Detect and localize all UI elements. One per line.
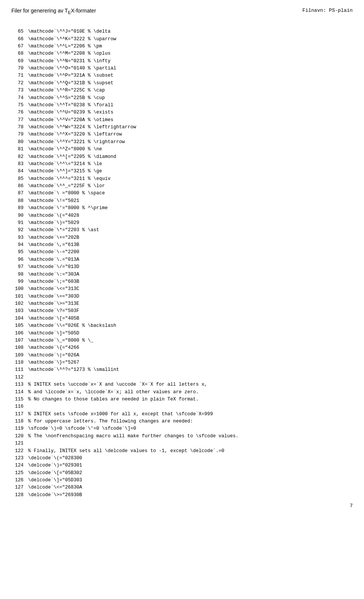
line-content: \mathcode`\^^[="2205 % \diamond <box>28 153 353 161</box>
line-number: 109 <box>11 352 24 359</box>
code-line: 81\mathcode`\^^Z="8000 % \ne <box>11 146 353 153</box>
line-content: \mathcode`\^^]="3215 % \ge <box>28 168 353 175</box>
line-content: \delcode`\(="028300 <box>28 455 353 462</box>
line-content: \mathcode`\^^X="3220 % \leftarrow <box>28 131 353 138</box>
line-content: \mathcode`\,="613B <box>28 241 353 249</box>
line-content: \mathcode`\|="026A <box>28 352 353 359</box>
line-number: 116 <box>11 403 24 410</box>
line-content: \delcode`\)="029301 <box>28 462 353 469</box>
line-number: 119 <box>11 425 24 432</box>
code-line: 74\mathcode`\^^S="225B % \cup <box>11 95 353 102</box>
code-line: 95\mathcode`\-="2200 <box>11 249 353 256</box>
line-content: \mathcode`\:="303A <box>28 271 353 278</box>
line-number: 73 <box>11 87 24 94</box>
line-number: 112 <box>11 374 24 381</box>
line-content: \mathcode`\}="5267 <box>28 359 353 366</box>
code-line: 103\mathcode`\?="503F <box>11 307 353 315</box>
code-line: 114% and \lccode`x=`x, \lccode`X=`x; all… <box>11 389 353 396</box>
line-content <box>28 374 353 381</box>
code-line: 107\mathcode`\_="8000 % \_ <box>11 337 353 344</box>
line-content: \mathcode`\^^^="3211 % \equiv <box>28 175 353 183</box>
line-number: 115 <box>11 396 24 403</box>
line-content: \mathcode`\^^J="010E % \delta <box>28 28 353 35</box>
line-content: \mathcode`\^^S="225B % \cup <box>28 95 353 102</box>
line-number: 102 <box>11 300 24 307</box>
code-line: 70\mathcode`\^^O="0140 % \partial <box>11 65 353 72</box>
line-content: \mathcode`\'="8000 % ^\prime <box>28 205 353 212</box>
line-content: \delcode`\<="26830A <box>28 484 353 491</box>
code-line: 100\mathcode`\<="313C <box>11 285 353 293</box>
line-content: \delcode`\[="05B302 <box>28 470 353 477</box>
code-line: 124\delcode`\)="029301 <box>11 462 353 469</box>
line-number: 68 <box>11 50 24 57</box>
line-number: 83 <box>11 161 24 168</box>
line-content: \mathcode`\^^O="0140 % \partial <box>28 65 353 72</box>
code-line: 73\mathcode`\^^R="225C % \cap <box>11 87 353 94</box>
code-line: 117% INITEX sets \sfcode x=1000 for all … <box>11 411 353 418</box>
code-line: 99\mathcode`\;="603B <box>11 278 353 285</box>
code-line: 71\mathcode`\^^P="321A % \subset <box>11 72 353 79</box>
code-line: 79\mathcode`\^^X="3220 % \leftarrow <box>11 131 353 138</box>
header-filename: Filnavn: PS-plain <box>302 8 353 13</box>
line-number: 91 <box>11 219 24 227</box>
code-line: 96\mathcode`\.="013A <box>11 256 353 263</box>
code-line: 90\mathcode`\(="4028 <box>11 212 353 219</box>
code-line: 115% No changes to those tables are need… <box>11 396 353 403</box>
code-block: 65\mathcode`\^^J="010E % \delta66\mathco… <box>11 21 353 499</box>
line-content: \mathcode`\]="505D <box>28 330 353 337</box>
line-content: \mathcode`\^^R="225C % \cap <box>28 87 353 94</box>
line-content: % The \nonfrenchspacing macro will make … <box>28 433 353 440</box>
line-content: % No changes to those tables are needed … <box>28 396 353 403</box>
line-number: 118 <box>11 418 24 425</box>
line-number: 113 <box>11 381 24 388</box>
line-content: \mathcode`\^^\="3214 % \le <box>28 161 353 168</box>
line-number: 127 <box>11 484 24 491</box>
code-line: 108\mathcode`\{="4266 <box>11 344 353 352</box>
line-content: \mathcode`\{="4266 <box>28 344 353 352</box>
line-number: 77 <box>11 117 24 124</box>
code-line: 110\mathcode`\}="5267 <box>11 359 353 366</box>
code-line: 112 <box>11 374 353 381</box>
line-number: 66 <box>11 36 24 43</box>
line-number: 90 <box>11 212 24 219</box>
line-number: 107 <box>11 337 24 344</box>
code-line: 67\mathcode`\^^L="2206 % \pm <box>11 43 353 50</box>
line-content: % and \lccode`x=`x, \lccode`X=`x; all ot… <box>28 389 353 396</box>
line-number: 85 <box>11 175 24 183</box>
line-content: \mathcode`\^^T="0238 % \forall <box>28 102 353 109</box>
code-line: 78\mathcode`\^^W="3224 % \leftrightarrow <box>11 124 353 131</box>
line-content: \mathcode`\/="013D <box>28 263 353 271</box>
line-number: 79 <box>11 131 24 138</box>
line-number: 128 <box>11 492 24 499</box>
line-content: \mathcode`\^^N="0231 % \infty <box>28 58 353 65</box>
line-number: 124 <box>11 462 24 469</box>
code-line: 126\delcode`\]="05D303 <box>11 477 353 484</box>
header-title: Filer for generering av TEX-formater <box>11 8 96 15</box>
line-content: \mathcode`\[="405B <box>28 315 353 322</box>
code-line: 66\mathcode`\^^K="3222 % \uparrow <box>11 36 353 43</box>
code-line: 106\mathcode`\]="505D <box>11 330 353 337</box>
code-line: 86\mathcode`\^^_="225F % \lor <box>11 183 353 190</box>
line-number: 104 <box>11 315 24 322</box>
line-content: \mathcode`\^^V="220A % \otimes <box>28 117 353 124</box>
code-line: 89\mathcode`\'="8000 % ^\prime <box>11 205 353 212</box>
line-number: 65 <box>11 28 24 35</box>
line-number: 71 <box>11 72 24 79</box>
line-number: 106 <box>11 330 24 337</box>
line-content: \mathcode`\;="603B <box>28 278 353 285</box>
line-number: 100 <box>11 285 24 293</box>
code-line: 91\mathcode`\)="5029 <box>11 219 353 227</box>
line-number: 99 <box>11 278 24 285</box>
code-line: 119\sfcode`\)=0 \sfcode`\'=0 \sfcode`\]=… <box>11 425 353 432</box>
code-line: 122% Finally, INITEX sets all \delcode v… <box>11 448 353 455</box>
code-line: 87\mathcode`\ ="8000 % \space <box>11 190 353 197</box>
line-number: 123 <box>11 455 24 462</box>
line-content: \delcode`\>="26930B <box>28 492 353 499</box>
line-number: 98 <box>11 271 24 278</box>
code-line: 77\mathcode`\^^V="220A % \otimes <box>11 117 353 124</box>
line-content: \mathcode`\!="5021 <box>28 197 353 205</box>
line-number: 78 <box>11 124 24 131</box>
line-number: 93 <box>11 234 24 241</box>
code-line: 92\mathcode`\*="2203 % \ast <box>11 227 353 234</box>
line-number: 81 <box>11 146 24 153</box>
